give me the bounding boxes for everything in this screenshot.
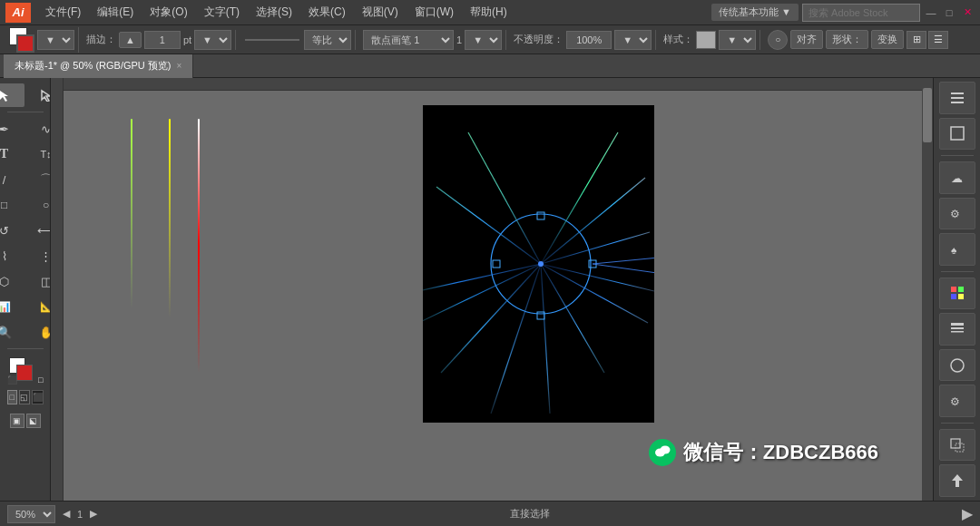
direct-select-tool-btn[interactable] <box>26 83 52 107</box>
rect-tool-btn[interactable]: □ <box>0 193 24 217</box>
zoom-select[interactable]: 50% <box>7 505 55 523</box>
warp-tool-btn[interactable]: ⌇ <box>0 244 24 268</box>
transform-btn[interactable]: 变换 <box>871 30 904 49</box>
rotate-tool-btn[interactable]: ↺ <box>0 219 24 242</box>
artboard-btn[interactable]: ⬕ <box>26 414 41 428</box>
measure-tool-btn[interactable]: 📐 <box>26 295 52 318</box>
brush-num-select[interactable]: ▼ <box>465 30 502 50</box>
minimize-button[interactable]: — <box>924 5 938 20</box>
panel-icon-transform[interactable] <box>939 429 975 462</box>
left-arrow-icon: ◀ <box>63 508 70 520</box>
panel-icon-appearance[interactable] <box>939 349 975 382</box>
panel-icon-swatches[interactable] <box>939 278 975 310</box>
svg-line-25 <box>593 264 654 273</box>
tab-close-btn[interactable]: × <box>177 61 182 71</box>
svg-line-13 <box>441 264 541 373</box>
workspace-switcher[interactable]: 传统基本功能 ▼ <box>711 4 799 21</box>
play-btn[interactable]: ▶ <box>962 505 973 522</box>
menu-view[interactable]: 视图(V) <box>355 3 406 22</box>
align-btn[interactable]: 对齐 <box>790 30 823 49</box>
shape-btn[interactable]: 形状： <box>826 30 868 49</box>
panel-icon-artboards[interactable] <box>939 118 975 151</box>
panel-icon-graphic-styles[interactable]: ⚙ <box>939 385 975 417</box>
menu-help[interactable]: 帮助(H) <box>463 3 514 22</box>
svg-rect-21 <box>537 312 544 319</box>
zoom-tool-btn[interactable]: 🔍 <box>0 320 24 344</box>
stroke-unit-select[interactable]: ▼ <box>194 30 231 50</box>
fill-stroke-widget[interactable] <box>9 27 34 53</box>
panel-icon-symbols[interactable]: ♠ <box>939 233 975 266</box>
panel-icon-properties[interactable]: ⚙ <box>939 198 975 230</box>
watermark-text: 微信号：ZDBCZB666 <box>683 439 878 466</box>
svg-text:♠: ♠ <box>951 244 957 257</box>
page-next-btn[interactable]: ▶ <box>90 508 97 520</box>
hand-tool-btn[interactable]: ✋ <box>26 320 52 344</box>
panel-divider-2 <box>941 271 974 272</box>
extra-tools: ⊞ ☰ <box>906 31 948 49</box>
view-mode-group: □ ◱ ⬛ <box>7 388 44 406</box>
ellipse-tool-btn[interactable]: ○ <box>26 193 52 217</box>
close-button[interactable]: ✕ <box>960 5 975 20</box>
svg-rect-22 <box>589 260 596 268</box>
vertical-scrollbar[interactable] <box>922 78 933 501</box>
pen-tool-btn[interactable]: ✒ <box>0 117 24 141</box>
graph-tool-btn[interactable]: 📊 <box>0 295 24 318</box>
page-prev-btn[interactable]: ◀ <box>63 508 70 520</box>
menu-window[interactable]: 窗口(W) <box>407 3 461 22</box>
panel-icon-export[interactable] <box>939 464 975 497</box>
arc-tool-btn[interactable]: ⌒ <box>26 168 52 191</box>
type-tool-btn[interactable]: T <box>0 142 24 166</box>
menu-object[interactable]: 对象(O) <box>142 3 194 22</box>
opacity-input[interactable]: 100% <box>566 31 612 49</box>
width-tool-btn[interactable]: ⋮ <box>26 244 52 268</box>
svg-line-4 <box>541 132 618 264</box>
stroke-value-input[interactable]: 1 <box>144 31 181 49</box>
menu-text[interactable]: 文字(T) <box>197 3 247 22</box>
gradient-line-red <box>198 119 200 373</box>
wechat-icon <box>649 439 676 466</box>
reflect-tool-btn[interactable]: ⟷ <box>26 219 52 242</box>
grid-toggle-btn[interactable]: ⊞ <box>906 31 926 49</box>
right-arrow-icon: ▶ <box>90 508 97 520</box>
tool-divider-2 <box>7 348 44 349</box>
document-tab[interactable]: 未标题-1* @ 50% (RGB/GPU 预览) × <box>4 54 193 78</box>
svg-line-5 <box>541 178 645 264</box>
fill-stroke-swatch[interactable]: ⬛ □ <box>7 356 44 385</box>
style-select[interactable]: ▼ <box>719 30 756 50</box>
vertical-type-tool-btn[interactable]: T↕ <box>26 142 52 166</box>
menu-effect[interactable]: 效果(C) <box>301 3 353 22</box>
normal-view-btn[interactable]: □ <box>7 390 18 404</box>
menu-edit[interactable]: 编辑(E) <box>90 3 141 22</box>
panel-icon-layers[interactable] <box>939 82 975 114</box>
pen-tools: ✒ ∿ <box>0 117 51 141</box>
panel-icon-brushes[interactable] <box>939 313 975 346</box>
shape-tools-2: □ ○ <box>0 193 51 217</box>
gradient-tool-btn[interactable]: ◫ <box>26 269 52 293</box>
screen-mode-btn[interactable]: ▣ <box>10 414 24 428</box>
circle-tool-btn[interactable]: ○ <box>768 30 788 50</box>
menu-file[interactable]: 文件(F) <box>38 3 88 22</box>
paintbucket-tool-btn[interactable]: ⬡ <box>0 269 24 293</box>
select-tool-btn[interactable] <box>0 83 24 107</box>
line-style-group: 等比 <box>240 30 356 50</box>
outline-view-btn[interactable]: ◱ <box>19 390 30 404</box>
maximize-button[interactable]: □ <box>942 5 956 20</box>
opacity-select[interactable]: ▼ <box>614 30 652 50</box>
stroke-up-btn[interactable]: ▲ <box>119 32 142 48</box>
menu-select[interactable]: 选择(S) <box>249 3 299 22</box>
app-logo: Ai <box>5 3 31 23</box>
scrollbar-thumb[interactable] <box>923 88 932 142</box>
stroke-type-select[interactable]: ▼ <box>37 30 74 50</box>
panel-toggle-btn[interactable]: ☰ <box>928 31 948 49</box>
canvas-area[interactable]: 微信号：ZDBCZB666 <box>51 78 933 501</box>
pixel-view-btn[interactable]: ⬛ <box>32 390 44 404</box>
line-style-preview[interactable] <box>245 39 299 41</box>
curve-tool-btn[interactable]: ∿ <box>26 117 52 141</box>
ratio-select[interactable]: 等比 <box>304 30 351 50</box>
brush-select[interactable]: 散点画笔 1 <box>363 30 454 50</box>
line-tool-btn[interactable]: / <box>0 168 24 191</box>
panel-icon-cc[interactable]: ☁ <box>939 161 975 194</box>
stock-search-input[interactable] <box>802 4 920 22</box>
style-preview[interactable] <box>696 31 716 49</box>
svg-rect-31 <box>951 127 964 140</box>
